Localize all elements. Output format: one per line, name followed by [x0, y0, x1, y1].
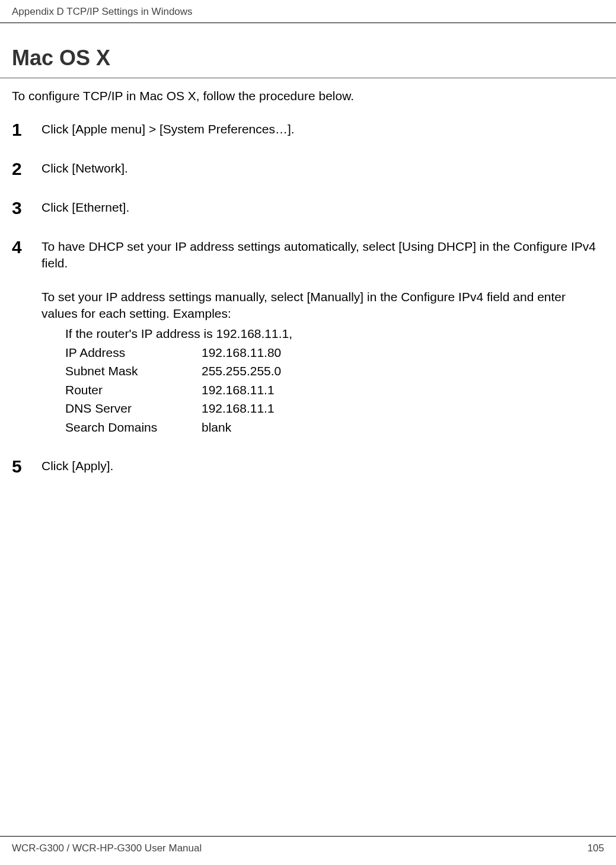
step-number: 3 [12, 199, 42, 217]
step-text: Click [Network]. [42, 160, 604, 177]
page-title: Mac OS X [0, 23, 616, 78]
example-value: 192.168.11.1 [202, 399, 604, 418]
step: 4 To have DHCP set your IP address setti… [12, 238, 604, 436]
example-label: IP Address [65, 343, 202, 362]
example-row: Subnet Mask 255.255.255.0 [65, 362, 604, 381]
step-text: To have DHCP set your IP address setting… [42, 238, 604, 272]
step-number: 2 [12, 160, 42, 178]
example-label: DNS Server [65, 399, 202, 418]
step-text: Click [Apply]. [42, 458, 604, 474]
footer-left: WCR-G300 / WCR-HP-G300 User Manual [12, 842, 202, 854]
example-intro: If the router's IP address is 192.168.11… [65, 324, 604, 343]
example-row: DNS Server 192.168.11.1 [65, 399, 604, 418]
example-label: Subnet Mask [65, 362, 202, 381]
example-intro-text: If the router's IP address is 192.168.11… [65, 324, 292, 343]
step: 5 Click [Apply]. [12, 458, 604, 475]
example-value: 192.168.11.1 [202, 381, 604, 400]
page-header: Appendix D TCP/IP Settings in Windows [0, 0, 616, 23]
example-value: 192.168.11.80 [202, 343, 604, 362]
step-text: Click [Ethernet]. [42, 199, 604, 216]
example-row: Search Domains blank [65, 418, 604, 437]
footer-page-number: 105 [588, 842, 604, 854]
steps-container: 1 Click [Apple menu] > [System Preferenc… [0, 121, 616, 475]
breadcrumb: Appendix D TCP/IP Settings in Windows [12, 6, 193, 17]
example-value: blank [202, 418, 604, 437]
step-text: Click [Apple menu] > [System Preferences… [42, 121, 604, 138]
step: 2 Click [Network]. [12, 160, 604, 178]
step: 1 Click [Apple menu] > [System Preferenc… [12, 121, 604, 139]
step-subtext: To set your IP address settings manually… [42, 289, 604, 323]
example-label: Router [65, 381, 202, 400]
page-footer: WCR-G300 / WCR-HP-G300 User Manual 105 [0, 836, 616, 865]
step-number: 1 [12, 121, 42, 139]
step-number: 4 [12, 238, 42, 256]
example-row: Router 192.168.11.1 [65, 381, 604, 400]
example-label: Search Domains [65, 418, 202, 437]
step-number: 5 [12, 458, 42, 475]
example-block: If the router's IP address is 192.168.11… [42, 324, 604, 436]
intro-text: To configure TCP/IP in Mac OS X, follow … [0, 78, 616, 121]
step: 3 Click [Ethernet]. [12, 199, 604, 217]
step-body: To have DHCP set your IP address setting… [42, 238, 604, 436]
example-row: IP Address 192.168.11.80 [65, 343, 604, 362]
example-value: 255.255.255.0 [202, 362, 604, 381]
